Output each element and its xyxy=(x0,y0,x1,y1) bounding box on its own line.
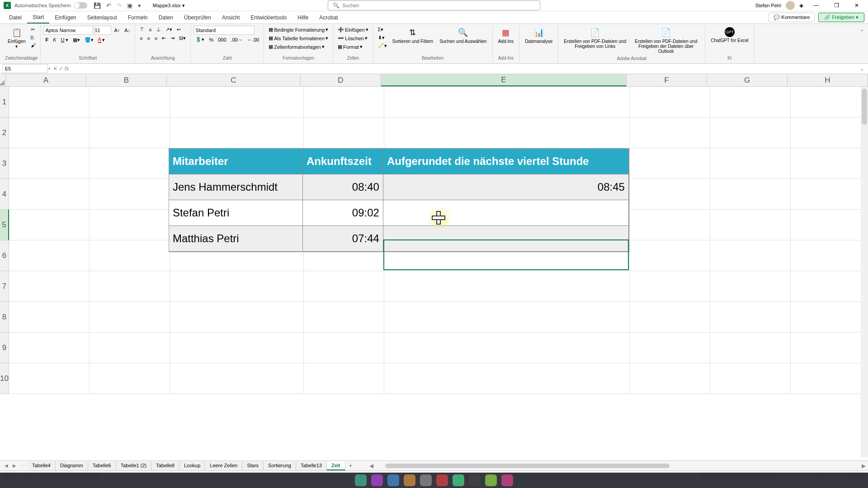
tab-daten[interactable]: Daten xyxy=(153,12,179,23)
tab-hilfe[interactable]: Hilfe xyxy=(292,12,314,23)
select-all-cell[interactable] xyxy=(0,74,6,86)
align-top-icon[interactable]: ⊤ xyxy=(138,26,146,33)
clear-icon[interactable]: 🧹▾ xyxy=(376,42,389,50)
header-aufgerundet[interactable]: Aufgerundet die nächste viertel Stunde xyxy=(383,149,629,174)
camera-icon[interactable]: ▣ xyxy=(124,1,135,10)
wrap-text-icon[interactable]: ↩ xyxy=(175,26,183,33)
vertical-scrollbar[interactable] xyxy=(861,87,868,457)
decrease-indent-icon[interactable]: ⇤ xyxy=(160,34,168,42)
column-header-d[interactable]: D xyxy=(301,74,381,86)
fill-color-icon[interactable]: 🪣▾ xyxy=(83,36,95,44)
undo-icon[interactable]: ↶ xyxy=(104,1,114,10)
pdf-outlook-button[interactable]: 📄Erstellen von PDF-Dateien und Freigeben… xyxy=(630,26,702,55)
column-header-b[interactable]: B xyxy=(86,74,167,86)
row-header-10[interactable]: 10 xyxy=(0,363,9,394)
pdf-share-links-button[interactable]: 📄Erstellen von PDF-Dateien und Freigeben… xyxy=(561,26,629,50)
column-header-g[interactable]: G xyxy=(707,74,788,86)
cell-styles-button[interactable]: ▦ Zellenformatvorlagen▾ xyxy=(267,43,326,51)
kommentare-button[interactable]: 💬 Kommentare xyxy=(769,13,815,22)
cell-c5[interactable]: Stefan Petri xyxy=(169,200,303,226)
currency-icon[interactable]: 💲▾ xyxy=(193,36,206,43)
cell-d6[interactable]: 07:44 xyxy=(303,226,383,252)
row-header-4[interactable]: 4 xyxy=(0,179,9,210)
search-box[interactable]: 🔍 xyxy=(328,0,540,10)
name-box[interactable] xyxy=(2,64,47,73)
find-select-button[interactable]: 🔍Suchen und Auswählen xyxy=(437,26,490,45)
increase-indent-icon[interactable]: ⇥ xyxy=(169,34,176,42)
comma-icon[interactable]: 000 xyxy=(216,36,228,43)
font-size-select[interactable] xyxy=(94,26,111,35)
column-header-a[interactable]: A xyxy=(6,74,86,86)
font-family-select[interactable] xyxy=(43,26,93,35)
align-bottom-icon[interactable]: ⊥ xyxy=(155,26,163,33)
cell-e5[interactable] xyxy=(383,200,629,226)
sheet-tab-diagramm[interactable]: Diagramm xyxy=(56,461,88,470)
underline-icon[interactable]: U▾ xyxy=(59,36,70,44)
format-cells-button[interactable]: ▦ Format ▾ xyxy=(336,43,364,51)
redo-icon[interactable]: ↷ xyxy=(114,1,124,10)
sort-filter-button[interactable]: ⇅Sortieren und Filtern xyxy=(390,26,436,45)
chatgpt-button[interactable]: GPTChatGPT for Excel xyxy=(708,26,751,44)
sheet-tab-tabelle6[interactable]: Tabelle6 xyxy=(88,461,116,470)
tab-formeln[interactable]: Formeln xyxy=(123,12,153,23)
row-header-1[interactable]: 1 xyxy=(0,87,9,117)
align-left-icon[interactable]: ≡ xyxy=(138,35,144,42)
row-header-9[interactable]: 9 xyxy=(0,333,9,363)
expand-formula-icon[interactable]: ⌄ xyxy=(856,66,868,72)
row-header-5[interactable]: 5 xyxy=(0,210,9,240)
cell-c6[interactable]: Matthias Petri xyxy=(169,226,303,252)
percent-icon[interactable]: % xyxy=(207,36,215,43)
orientation-icon[interactable]: ↗▾ xyxy=(164,26,174,33)
delete-cells-button[interactable]: ➖ Löschen ▾ xyxy=(336,34,369,42)
column-header-h[interactable]: H xyxy=(788,74,868,86)
column-header-c[interactable]: C xyxy=(167,74,301,86)
tab-start[interactable]: Start xyxy=(27,12,49,23)
sheet-tab-lookup[interactable]: Lookup xyxy=(179,461,205,470)
increase-decimal-icon[interactable]: .00→ xyxy=(229,36,245,43)
sheet-tab-tabelle13[interactable]: Tabelle13 xyxy=(296,461,327,470)
tab-datei[interactable]: Datei xyxy=(4,12,27,23)
row-header-3[interactable]: 3 xyxy=(0,148,9,179)
insert-cells-button[interactable]: ➕ Einfügen ▾ xyxy=(336,26,370,33)
freigeben-button[interactable]: 🔗 Freigeben ▾ xyxy=(818,13,864,22)
bold-icon[interactable]: F xyxy=(43,36,50,43)
decrease-font-icon[interactable]: A↓ xyxy=(123,27,132,34)
format-as-table-button[interactable]: ▦ Als Tabelle formatieren▾ xyxy=(267,34,330,42)
column-header-e[interactable]: E xyxy=(381,74,627,86)
diamond-icon[interactable]: ◈ xyxy=(799,2,803,9)
close-button[interactable]: ✕ xyxy=(849,0,864,10)
user-avatar[interactable] xyxy=(786,1,795,10)
copy-icon[interactable]: ⎘ xyxy=(29,34,38,41)
enter-formula-icon[interactable]: ✓ xyxy=(59,66,63,72)
header-ankunftszeit[interactable]: Ankunftszeit xyxy=(303,149,383,174)
restore-button[interactable]: ❐ xyxy=(829,0,844,10)
align-right-icon[interactable]: ≡ xyxy=(153,35,159,42)
decrease-decimal-icon[interactable]: ←.00 xyxy=(245,36,261,43)
autosave-toggle[interactable] xyxy=(74,2,87,9)
sheet-tab-stars[interactable]: Stars xyxy=(242,461,264,470)
horizontal-scrollbar[interactable]: ◀ ▶ xyxy=(369,463,866,469)
row-header-2[interactable]: 2 xyxy=(0,117,9,148)
number-format-select[interactable] xyxy=(193,26,255,35)
align-center-icon[interactable]: ≡ xyxy=(146,35,152,42)
user-name[interactable]: Stefan Petri xyxy=(755,3,781,8)
tab-seitenlayout[interactable]: Seitenlayout xyxy=(82,12,123,23)
datenanalyse-button[interactable]: 📊Datenanalyse xyxy=(522,26,555,45)
addins-button[interactable]: ▦Add-Ins xyxy=(495,26,516,45)
collapse-ribbon-icon[interactable]: ⌄ xyxy=(860,27,864,33)
fx-icon[interactable]: fx xyxy=(65,66,69,72)
fill-icon[interactable]: ⬇▾ xyxy=(376,34,389,42)
cell-d5[interactable]: 09:02 xyxy=(303,200,383,226)
row-header-7[interactable]: 7 xyxy=(0,271,9,302)
windows-taskbar[interactable] xyxy=(0,473,868,488)
sheet-tab-leere-zeilen[interactable]: Leere Zeilen xyxy=(205,461,242,470)
document-name[interactable]: Mappe3.xlsx ▾ xyxy=(153,3,185,9)
borders-icon[interactable]: ▦▾ xyxy=(71,36,82,44)
search-input[interactable] xyxy=(342,3,535,8)
tab-ansicht[interactable]: Ansicht xyxy=(217,12,245,23)
sheet-nav-more[interactable]: ⋯ xyxy=(19,462,28,469)
paste-button[interactable]: 📋Einfügen▾ xyxy=(5,26,28,50)
cell-c4[interactable]: Jens Hammerschmidt xyxy=(169,174,303,200)
row-header-6[interactable]: 6 xyxy=(0,240,9,271)
cell-e4[interactable]: 08:45 xyxy=(383,174,629,200)
